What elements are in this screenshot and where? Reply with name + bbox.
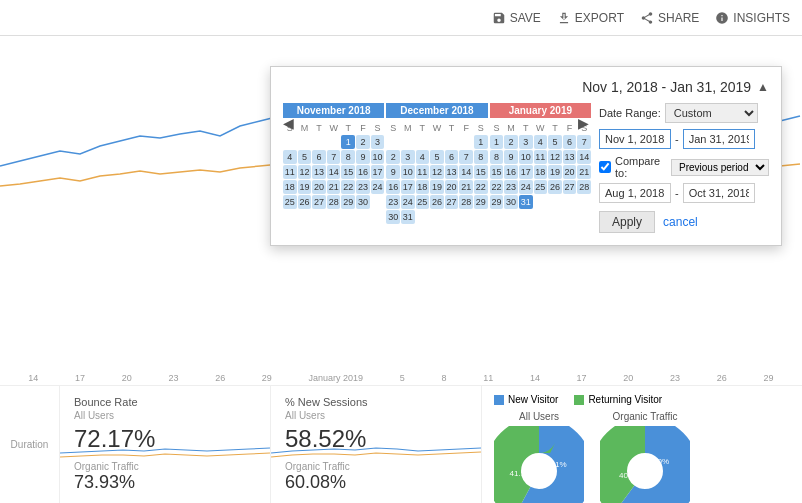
cal-day-24[interactable]: 24 [371, 180, 385, 194]
returning-visitor-swatch [574, 395, 584, 405]
insights-button[interactable]: INSIGHTS [715, 11, 790, 25]
pie-charts-row: All Users 41.9% 58.1% Organic Traffic [494, 411, 790, 503]
prev-month-button[interactable]: ◀ [283, 115, 294, 131]
date-controls: Date Range: Custom Last 7 days Last 30 d… [599, 103, 769, 233]
cal-day-13[interactable]: 13 [312, 165, 326, 179]
bounce-rate-subtitle: All Users [74, 410, 256, 421]
all-users-pie: 41.9% 58.1% [494, 426, 584, 503]
jan-day-31[interactable]: 31 [519, 195, 533, 209]
dec-title: December 2018 [386, 103, 487, 118]
bounce-organic-label: Organic Traffic [74, 461, 256, 472]
apply-button[interactable]: Apply [599, 211, 655, 233]
pie-legend: New Visitor Returning Visitor [494, 394, 790, 405]
compare-type-select[interactable]: Previous period Previous year [671, 159, 769, 176]
toolbar: SAVE EXPORT SHARE INSIGHTS [0, 0, 802, 36]
cal-day-29[interactable]: 29 [341, 195, 355, 209]
cal-day-23[interactable]: 23 [356, 180, 370, 194]
dow-t1: T [312, 122, 326, 134]
all-users-label: All Users [519, 411, 559, 422]
cal-day-25[interactable]: 25 [283, 195, 297, 209]
datepicker-body: ◀ ▶ November 2018 S M T W T F S [283, 103, 769, 233]
cal-day-5[interactable]: 5 [298, 150, 312, 164]
dow-f1: F [356, 122, 370, 134]
cal-day-21[interactable]: 21 [327, 180, 341, 194]
cal-day-19[interactable]: 19 [298, 180, 312, 194]
new-visitor-swatch [494, 395, 504, 405]
new-sessions-card: % New Sessions All Users 58.52% Organic … [271, 386, 482, 503]
cal-day-empty [312, 135, 326, 149]
next-month-button[interactable]: ▶ [578, 115, 589, 131]
cal-day-6[interactable]: 6 [312, 150, 326, 164]
duration-label: Duration [11, 439, 49, 450]
compare-checkbox[interactable] [599, 161, 611, 173]
cal-day-8[interactable]: 8 [341, 150, 355, 164]
cal-day-9[interactable]: 9 [356, 150, 370, 164]
end-date-input[interactable] [683, 129, 755, 149]
cal-day-18[interactable]: 18 [283, 180, 297, 194]
dow-t2: T [341, 122, 355, 134]
save-button[interactable]: SAVE [492, 11, 541, 25]
returning-visitor-label: Returning Visitor [588, 394, 662, 405]
calendar-january: January 2019 S M T W T F S 1 2 3 4 [490, 103, 591, 233]
datepicker-popup: Nov 1, 2018 - Jan 31, 2019 ▲ ◀ ▶ Novembe… [270, 66, 782, 246]
legend-new-visitor: New Visitor [494, 394, 558, 405]
start-date-input[interactable] [599, 129, 671, 149]
organic-label: Organic Traffic [613, 411, 678, 422]
share-button[interactable]: SHARE [640, 11, 699, 25]
cal-day-empty [327, 135, 341, 149]
cancel-button[interactable]: cancel [663, 215, 698, 229]
svg-text:60%: 60% [653, 457, 669, 466]
new-sessions-organic-label: Organic Traffic [285, 461, 467, 472]
calendar-november: November 2018 S M T W T F S [283, 103, 384, 233]
export-button[interactable]: EXPORT [557, 11, 624, 25]
cal-day-30[interactable]: 30 [356, 195, 370, 209]
cal-day-2[interactable]: 2 [356, 135, 370, 149]
bounce-organic-value: 73.93% [74, 472, 256, 493]
compare-end-input[interactable] [683, 183, 755, 203]
svg-text:41.9%: 41.9% [510, 469, 533, 478]
new-sessions-title: % New Sessions [285, 396, 467, 408]
date-range-select[interactable]: Custom Last 7 days Last 30 days Last 90 … [665, 103, 758, 123]
datepicker-header: Nov 1, 2018 - Jan 31, 2019 ▲ [283, 79, 769, 95]
svg-text:58.1%: 58.1% [544, 460, 567, 469]
cal-day-27[interactable]: 27 [312, 195, 326, 209]
cal-day-11[interactable]: 11 [283, 165, 297, 179]
xaxis-labels: 14 17 20 23 26 29 January 2019 5 8 11 14… [0, 373, 802, 383]
nov-title: November 2018 [283, 103, 384, 118]
cal-day-22[interactable]: 22 [341, 180, 355, 194]
cal-day-20[interactable]: 20 [312, 180, 326, 194]
collapse-icon[interactable]: ▲ [757, 80, 769, 94]
calendars-container: ◀ ▶ November 2018 S M T W T F S [283, 103, 591, 233]
date-range-title: Nov 1, 2018 - Jan 31, 2019 [582, 79, 751, 95]
cal-day-1[interactable]: 1 [341, 135, 355, 149]
bounce-rate-card: Bounce Rate All Users 72.17% Organic Tra… [60, 386, 271, 503]
cal-day-26[interactable]: 26 [298, 195, 312, 209]
cal-day-16[interactable]: 16 [356, 165, 370, 179]
jan-title: January 2019 [490, 103, 591, 118]
compare-label: Compare to: [615, 155, 667, 179]
cal-day-14[interactable]: 14 [327, 165, 341, 179]
cal-day-empty [283, 135, 297, 149]
cal-day-7[interactable]: 7 [327, 150, 341, 164]
legend-returning-visitor: Returning Visitor [574, 394, 662, 405]
cal-day-12[interactable]: 12 [298, 165, 312, 179]
cal-day-15[interactable]: 15 [341, 165, 355, 179]
new-visitor-label: New Visitor [508, 394, 558, 405]
cal-day-10[interactable]: 10 [371, 150, 385, 164]
main-content: Nov 1, 2018 - Jan 31, 2019 ▲ ◀ ▶ Novembe… [0, 36, 802, 503]
cal-day-3[interactable]: 3 [371, 135, 385, 149]
bounce-rate-title: Bounce Rate [74, 396, 256, 408]
pie-charts-area: New Visitor Returning Visitor All Users [482, 386, 802, 503]
cal-day-28[interactable]: 28 [327, 195, 341, 209]
metrics-area: Duration Bounce Rate All Users 72.17% Or… [0, 385, 802, 503]
cal-day-17[interactable]: 17 [371, 165, 385, 179]
duration-card: Duration [0, 386, 60, 503]
all-users-pie-wrap: All Users 41.9% 58.1% [494, 411, 584, 503]
dow-m1: M [298, 122, 312, 134]
compare-start-input[interactable] [599, 183, 671, 203]
cal-day-4[interactable]: 4 [283, 150, 297, 164]
svg-text:40%: 40% [619, 471, 635, 480]
dow-w1: W [327, 122, 341, 134]
dec-day-1[interactable]: 1 [474, 135, 488, 149]
date-range-label: Date Range: [599, 107, 661, 119]
